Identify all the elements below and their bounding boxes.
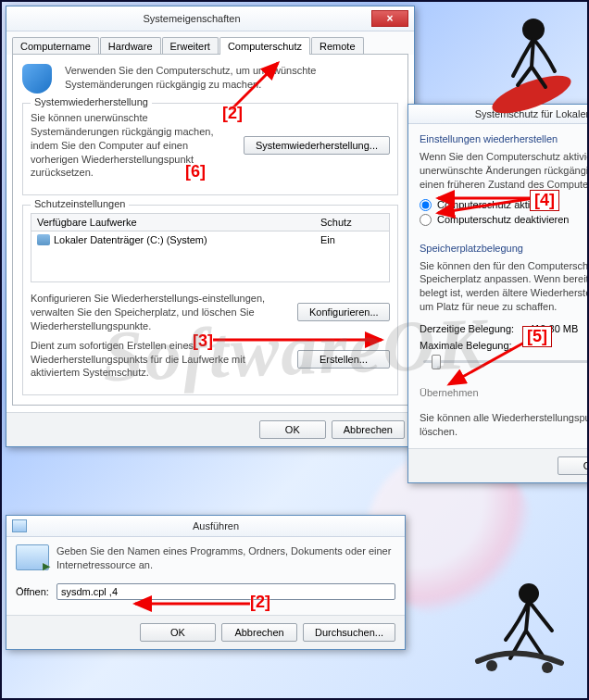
tab-erweitert[interactable]: Erweitert (162, 37, 219, 55)
disk-icon (37, 234, 50, 245)
run-title-icon (12, 519, 27, 532)
radio-activate-input[interactable] (420, 199, 432, 211)
create-button[interactable]: Erstellen... (297, 350, 390, 369)
table-empty-space (31, 248, 389, 281)
drive-status: Ein (315, 231, 389, 248)
open-input[interactable] (56, 583, 395, 600)
system-properties-title: Systemeigenschaften (12, 13, 371, 24)
protection-settings-legend: Schutzeinstellungen (31, 198, 129, 209)
max-usage-slider[interactable] (423, 360, 589, 363)
tab-body-computerschutz: Verwenden Sie den Computerschutz, um une… (12, 54, 408, 406)
ok-button[interactable]: OK (259, 420, 326, 439)
table-row[interactable]: Lokaler Datenträger (C:) (System) Ein (31, 231, 389, 248)
run-title: Ausführen (32, 520, 399, 531)
run-cancel-button[interactable]: Abbrechen (221, 623, 297, 642)
restore-settings-legend: Einstellungen wiederherstellen (420, 133, 589, 144)
current-usage-label: Derzeitige Belegung: (420, 323, 514, 334)
tab-remote[interactable]: Remote (311, 37, 364, 55)
system-restore-legend: Systemwiederherstellung (31, 96, 152, 107)
shield-icon (22, 64, 52, 94)
tab-computerschutz[interactable]: Computerschutz (219, 37, 310, 55)
col-protection: Schutz (315, 214, 389, 231)
tab-hardware[interactable]: Hardware (100, 37, 161, 55)
tab-computername[interactable]: Computername (12, 37, 99, 55)
max-usage-label: Maximale Belegung: (420, 340, 589, 351)
protection-button-row: OK Abbrechen (408, 448, 589, 482)
protection-titlebar[interactable]: Systemschutz für Lokaler Datenträger (408, 105, 589, 124)
delete-text: Sie können alle Wiederherstellungspunkte… (420, 411, 589, 439)
radio-deactivate-label: Computerschutz deaktivieren (437, 214, 569, 225)
drives-table: Verfügbare Laufwerke Schutz Lokaler Date… (31, 213, 390, 282)
slider-thumb[interactable] (432, 355, 441, 369)
run-text: Geben Sie den Namen eines Programms, Ord… (56, 544, 395, 572)
system-properties-window: Systemeigenschaften × Computername Hardw… (6, 6, 415, 447)
radio-activate-label: Computerschutz aktivieren (437, 199, 558, 210)
cancel-button[interactable]: Abbrechen (332, 420, 405, 439)
current-usage-value: 410,30 MB (529, 323, 578, 334)
protection-title: Systemschutz für Lokaler Datenträger (414, 108, 589, 119)
run-content: Geben Sie den Namen eines Programms, Ord… (6, 537, 405, 615)
run-dialog: Ausführen Geben Sie den Namen eines Prog… (6, 515, 406, 650)
sysprops-button-row: OK Abbrechen (6, 412, 414, 446)
intro-row: Verwenden Sie den Computerschutz, um une… (22, 64, 398, 94)
diskspace-text: Sie können den für den Computerschutz ve… (420, 259, 589, 314)
run-icon (16, 544, 49, 570)
close-icon[interactable]: × (371, 10, 408, 27)
drive-name: Lokaler Datenträger (C:) (System) (54, 234, 207, 245)
drives-header: Verfügbare Laufwerke Schutz (31, 214, 389, 231)
intro-text: Verwenden Sie den Computerschutz, um une… (65, 64, 398, 92)
apply-translate: Übernehmen (420, 387, 589, 398)
system-restore-text: Sie können unerwünschte Systemänderungen… (31, 111, 236, 180)
system-protection-window: Systemschutz für Lokaler Datenträger Ein… (407, 104, 589, 483)
max-usage-value: 3% (1,79 GB) (420, 370, 589, 381)
restore-settings-text: Wenn Sie den Computerschutz aktivieren, … (420, 150, 589, 192)
run-ok-button[interactable]: OK (140, 623, 216, 642)
system-properties-titlebar[interactable]: Systemeigenschaften × (6, 6, 414, 31)
create-text: Dient zum sofortigen Erstellen eines Wie… (31, 339, 290, 381)
protection-ok-button[interactable]: OK (558, 456, 589, 475)
radio-deactivate[interactable]: Computerschutz deaktivieren (420, 214, 589, 226)
col-available-drives: Verfügbare Laufwerke (31, 214, 315, 231)
radio-deactivate-input[interactable] (420, 214, 432, 226)
run-browse-button[interactable]: Durchsuchen... (303, 623, 395, 642)
configure-button[interactable]: Konfigurieren... (297, 303, 390, 321)
run-titlebar[interactable]: Ausführen (6, 516, 405, 537)
run-button-row: OK Abbrechen Durchsuchen... (6, 615, 405, 649)
configure-text: Konfigurieren Sie Wiederherstellungs-ein… (31, 292, 290, 333)
protection-content: Einstellungen wiederherstellen Wenn Sie … (408, 124, 589, 448)
drive-cell: Lokaler Datenträger (C:) (System) (31, 231, 315, 248)
system-restore-button[interactable]: Systemwiederherstellung... (244, 136, 390, 155)
radio-activate[interactable]: Computerschutz aktivieren (420, 199, 589, 211)
group-system-restore: Systemwiederherstellung Sie können unerw… (22, 103, 398, 195)
diskspace-legend: Speicherplatzbelegung (420, 243, 589, 254)
system-properties-tabs: Computername Hardware Erweitert Computer… (6, 31, 414, 55)
group-protection-settings: Schutzeinstellungen Verfügbare Laufwerke… (22, 205, 398, 395)
open-label: Öffnen: (16, 586, 49, 597)
